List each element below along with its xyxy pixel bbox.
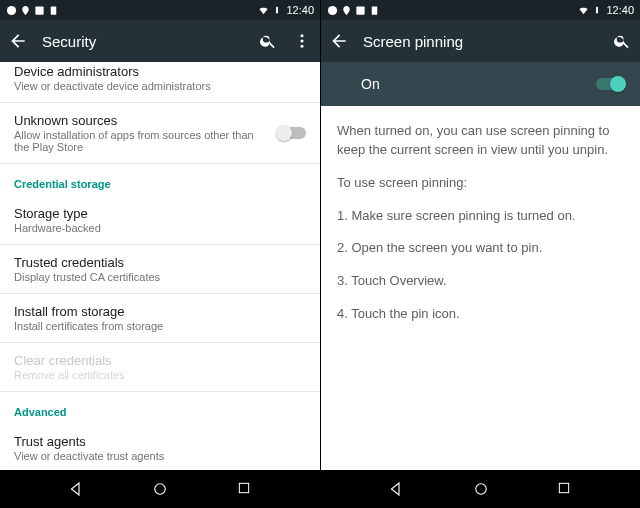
page-title: Security [42,33,244,50]
detail-body: When turned on, you can use screen pinni… [321,106,640,470]
search-icon[interactable] [612,31,632,51]
item-subtitle: Install certificates from storage [14,320,306,332]
item-unknown-sources[interactable]: Unknown sources Allow installation of ap… [0,103,320,164]
unknown-sources-toggle[interactable] [278,127,306,139]
section-advanced: Advanced [0,392,320,424]
nav-home-icon[interactable] [151,480,169,498]
image-icon [34,5,45,16]
item-subtitle: View or deactivate trust agents [14,450,306,462]
nav-home-icon[interactable] [472,480,490,498]
item-storage-type[interactable]: Storage type Hardware-backed [0,196,320,245]
item-install-from-storage[interactable]: Install from storage Install certificate… [0,294,320,343]
screen-pinning-detail-screen: 12:40 Screen pinning On When turned on, … [320,0,640,508]
item-subtitle: Remove all certificates [14,369,306,381]
svg-rect-9 [356,6,364,14]
item-subtitle: Hardware-backed [14,222,306,234]
master-switch-toggle[interactable] [596,78,624,90]
item-title: Device administrators [14,64,306,79]
item-clear-credentials: Clear credentials Remove all certificate… [0,343,320,392]
nav-back-icon[interactable] [387,480,405,498]
nav-back-icon[interactable] [67,480,85,498]
notification-icon [327,5,338,16]
image-icon [355,5,366,16]
navigation-bar [321,470,640,508]
item-subtitle: Allow installation of apps from sources … [14,129,264,153]
navigation-bar [0,470,320,508]
step-1: 1. Make sure screen pinning is turned on… [337,207,624,226]
section-credential-storage: Credential storage [0,164,320,196]
battery-icon [271,5,282,16]
item-title: Trusted credentials [14,255,306,270]
item-title: Storage type [14,206,306,221]
svg-point-3 [301,34,304,37]
item-device-administrators[interactable]: Device administrators View or deactivate… [0,62,320,103]
nav-overview-icon[interactable] [556,480,574,498]
item-trust-agents[interactable]: Trust agents View or deactivate trust ag… [0,424,320,470]
svg-point-11 [475,484,486,495]
svg-point-0 [7,5,16,14]
wifi-icon [578,5,589,16]
security-settings-screen: 12:40 Security Device administrators Vie… [0,0,320,508]
item-title: Clear credentials [14,353,306,368]
back-icon[interactable] [8,31,28,51]
status-bar: 12:40 [321,0,640,20]
screenshot-icon [48,5,59,16]
overflow-icon[interactable] [292,31,312,51]
wifi-icon [258,5,269,16]
svg-rect-2 [51,6,57,14]
notification-icon [6,5,17,16]
location-icon [341,5,352,16]
search-icon[interactable] [258,31,278,51]
howto-heading: To use screen pinning: [337,174,624,193]
app-bar: Security [0,20,320,62]
svg-rect-7 [239,483,248,492]
step-2: 2. Open the screen you want to pin. [337,239,624,258]
svg-point-8 [328,5,337,14]
svg-rect-10 [372,6,378,14]
nav-overview-icon[interactable] [236,480,254,498]
svg-point-6 [155,484,166,495]
item-title: Trust agents [14,434,306,449]
clock: 12:40 [286,4,314,16]
screenshot-icon [369,5,380,16]
app-bar: Screen pinning [321,20,640,62]
location-icon [20,5,31,16]
svg-rect-1 [35,6,43,14]
item-title: Unknown sources [14,113,264,128]
battery-icon [591,5,602,16]
settings-list: Device administrators View or deactivate… [0,62,320,470]
svg-point-5 [301,45,304,48]
svg-point-4 [301,40,304,43]
step-3: 3. Touch Overview. [337,272,624,291]
status-bar: 12:40 [0,0,320,20]
page-title: Screen pinning [363,33,598,50]
back-icon[interactable] [329,31,349,51]
master-switch-label: On [361,76,380,92]
clock: 12:40 [606,4,634,16]
item-trusted-credentials[interactable]: Trusted credentials Display trusted CA c… [0,245,320,294]
svg-rect-12 [559,483,568,492]
master-switch-row[interactable]: On [321,62,640,106]
item-subtitle: Display trusted CA certificates [14,271,306,283]
intro-text: When turned on, you can use screen pinni… [337,122,624,160]
step-4: 4. Touch the pin icon. [337,305,624,324]
item-title: Install from storage [14,304,306,319]
item-subtitle: View or deactivate device administrators [14,80,306,92]
